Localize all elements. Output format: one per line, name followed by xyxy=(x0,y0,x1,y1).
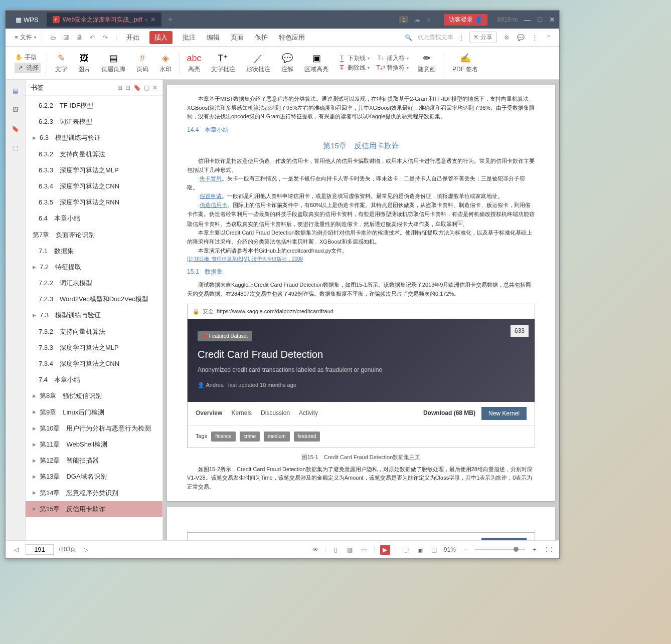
collapse-icon[interactable]: ⊟ xyxy=(125,84,130,91)
tab-edit[interactable]: 编辑 xyxy=(206,31,221,44)
text-annotation-tool[interactable]: T⁺文字批注 xyxy=(206,50,240,76)
search-icon[interactable]: 🔍 xyxy=(405,34,412,41)
bookmark-item[interactable]: ▶第14章 恶意程序分类识别 xyxy=(26,485,162,501)
close-button[interactable]: ✕ xyxy=(549,16,555,24)
view-facing-icon[interactable]: ▭ xyxy=(360,545,369,554)
tag-finance[interactable]: finance xyxy=(211,432,235,442)
caret-icon[interactable]: ▶ xyxy=(33,135,37,141)
open-icon[interactable]: 🗁 xyxy=(49,33,58,42)
page-number-tool[interactable]: #页码 xyxy=(131,50,153,76)
bookmark-icon[interactable]: 🔖 xyxy=(11,124,21,134)
highlight-tool[interactable]: abc高亮 xyxy=(183,50,205,76)
strikethrough-tool[interactable]: T̶删除线▾ xyxy=(338,64,370,72)
bookmark-item[interactable]: 6.3.5 深度学习算法之RNN xyxy=(26,194,162,210)
caret-icon[interactable]: ▶ xyxy=(33,506,37,512)
dataset-tab-overview[interactable]: Overview xyxy=(196,408,222,418)
notification-badge[interactable]: 1 xyxy=(399,16,408,23)
bookmark-item[interactable]: ▶第8章 骚扰短信识别 xyxy=(26,388,162,404)
cloud-icon[interactable]: ☁ xyxy=(414,16,420,23)
eye-icon[interactable]: 👁 xyxy=(311,545,320,554)
redo-icon[interactable]: ↷ xyxy=(101,33,110,42)
view-continuous-icon[interactable]: ▥ xyxy=(346,545,355,554)
bookmark-item[interactable]: 7.2.3 Word2Vec模型和Doc2Vec模型 xyxy=(26,291,162,307)
pdf-sign-tool[interactable]: ✍PDF 签名 xyxy=(447,50,483,76)
undo-icon[interactable]: ↶ xyxy=(88,33,97,42)
caret-icon[interactable]: ▶ xyxy=(33,458,37,464)
tag-crime[interactable]: crime xyxy=(240,432,260,442)
annotation-tool[interactable]: 💬注解 xyxy=(276,50,298,76)
next-page-button[interactable]: ▷ xyxy=(81,545,90,554)
tab-external-icon[interactable]: ▫ xyxy=(145,16,147,23)
settings-icon[interactable]: ⚙ xyxy=(502,33,511,42)
sidebar-close-icon[interactable]: ✕ xyxy=(152,84,157,91)
caret-icon[interactable]: ▶ xyxy=(33,442,37,448)
bookmark-item[interactable]: 6.2.2 TF-IDF模型 xyxy=(26,98,162,114)
maximize-button[interactable]: □ xyxy=(538,16,542,24)
bookmark-item[interactable]: ▶7.2 特征提取 xyxy=(26,259,162,275)
content-area[interactable]: 本章基于MIST数据集介绍了恶意程序的分类算法。通过测试可以发现，在特征提取基于… xyxy=(163,80,559,540)
bookmark-item[interactable]: ▶第11章 WebShell检测 xyxy=(26,437,162,453)
zoom-slider[interactable] xyxy=(475,549,525,550)
bookmark-item[interactable]: ▶第13章 DGA域名识别 xyxy=(26,469,162,485)
share-button[interactable]: ⇱ 分享 xyxy=(469,32,497,43)
tab-close-icon[interactable]: ✕ xyxy=(150,16,155,23)
bookmark-remove-icon[interactable]: ▢ xyxy=(144,84,149,91)
caret-icon[interactable]: ▶ xyxy=(33,474,37,480)
caret-icon[interactable]: ▶ xyxy=(33,425,37,432)
feedback-icon[interactable]: 💬 xyxy=(516,33,525,42)
select-tool[interactable]: ➚选择 xyxy=(15,63,41,73)
bookmark-item[interactable]: 6.4 本章小结 xyxy=(26,210,162,227)
expand-icon[interactable]: ⊞ xyxy=(117,84,122,91)
freehand-tool[interactable]: ✏随意画 xyxy=(413,50,441,76)
app-logo[interactable]: ▦ WPS xyxy=(10,16,45,24)
new-kernel-button[interactable]: New Kernel xyxy=(481,407,527,420)
tab-annotation[interactable]: 批注 xyxy=(182,31,197,44)
bookmark-item[interactable]: 6.3.3 深度学习算法之MLP xyxy=(26,162,162,178)
fit-page-icon[interactable]: ▣ xyxy=(416,545,425,554)
bookmark-item[interactable]: 第7章 负面评论识别 xyxy=(26,227,162,243)
bookmark-item[interactable]: 7.1 数据集 xyxy=(26,243,162,259)
search-placeholder[interactable]: 点此查找文本 xyxy=(417,33,453,42)
view-single-icon[interactable]: ▯ xyxy=(331,545,341,554)
caret-icon[interactable]: ▶ xyxy=(33,490,37,496)
watermark-tool[interactable]: ◈水印 xyxy=(154,50,177,76)
bookmark-item[interactable]: 7.4 本章小结 xyxy=(26,372,162,388)
bookmark-item[interactable]: 6.2.3 词汇表模型 xyxy=(26,114,162,130)
text-tool[interactable]: ✎文字 xyxy=(50,50,72,76)
attachment-icon[interactable]: ⬚ xyxy=(11,143,21,153)
bookmark-item[interactable]: ▶第12章 智能扫描器 xyxy=(26,453,162,469)
thumbnails-icon[interactable]: 🖼 xyxy=(11,105,21,115)
zoom-in-button[interactable]: + xyxy=(530,545,539,554)
print-icon[interactable]: 🖶 xyxy=(75,33,84,42)
tag-medium[interactable]: medium xyxy=(264,432,290,442)
header-footer-tool[interactable]: ▤页眉页脚 xyxy=(96,50,130,76)
tab-protect[interactable]: 保护 xyxy=(254,31,269,44)
dataset-tab-activity[interactable]: Activity xyxy=(299,408,318,418)
tab-page[interactable]: 页面 xyxy=(230,31,245,44)
page-input[interactable] xyxy=(26,544,54,555)
image-tool[interactable]: 🖼图片 xyxy=(73,50,95,76)
bookmark-add-icon[interactable]: 🔖 xyxy=(133,84,141,91)
bookmark-item[interactable]: 7.3.2 支持向量机算法 xyxy=(26,324,162,340)
outline-icon[interactable]: ▤ xyxy=(11,86,21,96)
caret-icon[interactable]: ▶ xyxy=(33,312,37,319)
hand-tool[interactable]: ✋手型 xyxy=(15,53,41,62)
dataset-tab-discussion[interactable]: Discussion xyxy=(261,408,290,418)
replace-symbol-tool[interactable]: T⇄替换符▾ xyxy=(377,64,409,72)
underline-tool[interactable]: T̲下划线▾ xyxy=(338,54,370,63)
bookmark-item[interactable]: ▶7.3 模型训练与验证 xyxy=(26,307,162,323)
area-highlight-tool[interactable]: ▣区域高亮 xyxy=(299,50,333,76)
new-tab-button[interactable]: + xyxy=(167,15,173,25)
document-tab[interactable]: P Web安全之深度学习实战_.pdf ▫ ✕ xyxy=(47,13,161,27)
save-icon[interactable]: 🖫 xyxy=(62,33,71,42)
insert-symbol-tool[interactable]: T↓插入符▾ xyxy=(377,54,409,63)
bookmark-item[interactable]: 7.3.3 深度学习算法之MLP xyxy=(26,340,162,356)
zoom-handle[interactable] xyxy=(514,547,519,552)
shape-annotation-tool[interactable]: ／形状批注 xyxy=(241,50,275,76)
more-icon[interactable]: ⋮ xyxy=(458,34,464,41)
login-button[interactable]: 访客登录 👤 xyxy=(444,14,487,26)
home-icon[interactable]: ⌂ xyxy=(426,16,430,23)
download-label[interactable]: Download (68 MB) xyxy=(423,408,475,418)
bookmark-item[interactable]: 6.3.2 支持向量机算法 xyxy=(26,146,162,162)
bookmark-item[interactable]: ▶第10章 用户行为分析与恶意行为检测 xyxy=(26,420,162,437)
